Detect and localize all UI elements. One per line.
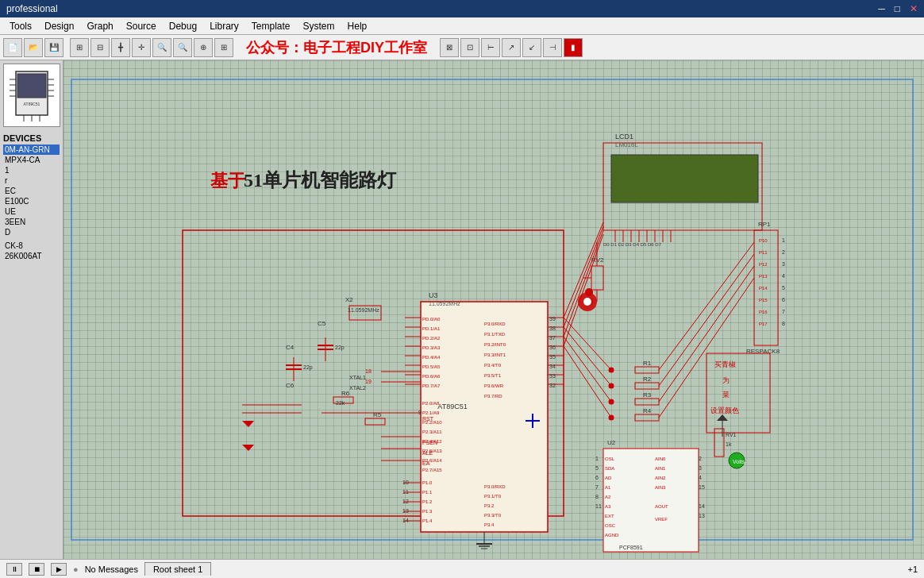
svg-text:7: 7 xyxy=(595,484,599,490)
open-button[interactable]: 📂 xyxy=(24,38,43,57)
device-item-11[interactable]: CK-8 xyxy=(3,241,60,251)
device-item-12[interactable]: 26K006AT xyxy=(3,251,60,261)
zoom-fit-button[interactable]: ⊞ xyxy=(214,38,233,57)
svg-text:33: 33 xyxy=(549,373,556,379)
toolbar-btn-c[interactable]: ⊢ xyxy=(481,38,500,57)
svg-text:为: 为 xyxy=(722,376,730,384)
toolbar: 📄 📂 💾 ⊞ ⊟ ╋ ✛ 🔍 🔍 ⊕ ⊞ 公众号：电子工程DIY工作室 ⊠ ⊡… xyxy=(0,35,924,60)
pause-button[interactable]: ⏸ xyxy=(6,563,22,576)
root-sheet-label: Root sheet 1 xyxy=(153,565,202,574)
menu-tools[interactable]: Tools xyxy=(3,19,38,33)
svg-text:A1: A1 xyxy=(605,485,611,490)
title-text: professional xyxy=(6,3,58,14)
svg-text:P3.2/INT0: P3.2/INT0 xyxy=(484,342,506,347)
svg-text:P3.0/RXD: P3.0/RXD xyxy=(484,484,506,489)
devices-panel: DEVICES 0M-AN-GRN MPX4-CA 1 r EC E100C U… xyxy=(0,130,63,263)
device-item-5[interactable]: E100C xyxy=(3,196,60,206)
svg-text:A2: A2 xyxy=(605,495,611,499)
svg-text:P3.1/T0: P3.1/T0 xyxy=(484,494,502,499)
toolbar-btn-a[interactable]: ⊠ xyxy=(440,38,459,57)
svg-text:P3.4: P3.4 xyxy=(484,522,495,527)
device-item-0[interactable]: 0M-AN-GRN xyxy=(3,144,60,155)
svg-text:AIN3: AIN3 xyxy=(655,485,666,490)
snap-button[interactable]: ⊟ xyxy=(90,38,110,57)
svg-text:P1.3: P1.3 xyxy=(422,509,433,514)
device-item-4[interactable]: EC xyxy=(3,186,60,196)
play-button[interactable]: ▶ xyxy=(51,563,67,576)
svg-marker-248 xyxy=(242,445,254,451)
svg-text:18: 18 xyxy=(365,368,372,374)
wire-button[interactable]: ╋ xyxy=(111,38,130,57)
svg-text:P2.7/A15: P2.7/A15 xyxy=(422,468,442,472)
main-layout: AT89C51 DEVICES 0M-AN-GRN MPX4-CA 1 r EC… xyxy=(0,60,924,559)
svg-text:37: 37 xyxy=(549,335,556,341)
svg-text:XTAL1: XTAL1 xyxy=(349,375,366,380)
svg-text:P14: P14 xyxy=(759,286,768,291)
toolbar-btn-b[interactable]: ⊡ xyxy=(460,38,479,57)
new-button[interactable]: 📄 xyxy=(3,38,22,57)
menu-source[interactable]: Source xyxy=(120,19,163,33)
svg-rect-139 xyxy=(635,383,659,389)
svg-text:PD.6/A6: PD.6/A6 xyxy=(422,374,441,379)
svg-text:LCD1: LCD1 xyxy=(615,133,633,141)
zoom-out-button[interactable]: 🔍 xyxy=(173,38,192,57)
svg-text:买青椒: 买青椒 xyxy=(714,360,736,368)
save-button[interactable]: 💾 xyxy=(44,38,64,57)
root-sheet-tab[interactable]: Root sheet 1 xyxy=(144,562,211,576)
menu-library[interactable]: Library xyxy=(203,19,245,33)
menu-debug[interactable]: Debug xyxy=(163,19,203,33)
minimize-btn[interactable]: ─ xyxy=(878,3,885,14)
close-btn[interactable]: ✕ xyxy=(910,3,918,14)
stop-button[interactable]: ⏹ xyxy=(29,563,44,576)
svg-rect-32 xyxy=(591,266,603,290)
zoom-in-button[interactable]: 🔍 xyxy=(152,38,171,57)
menu-design[interactable]: Design xyxy=(38,19,80,33)
toolbar-btn-d[interactable]: ↗ xyxy=(502,38,521,57)
toolbar-btn-e[interactable]: ↙ xyxy=(522,38,541,57)
menu-help[interactable]: Help xyxy=(341,19,374,33)
svg-text:P1.1: P1.1 xyxy=(422,490,433,495)
svg-text:5: 5 xyxy=(782,285,785,291)
svg-text:P13: P13 xyxy=(759,274,768,279)
svg-text:P3.6/WR: P3.6/WR xyxy=(484,383,504,388)
device-item-3[interactable]: r xyxy=(3,175,60,186)
svg-text:11: 11 xyxy=(595,503,602,509)
grid-button[interactable]: ⊞ xyxy=(70,38,89,57)
svg-text:P17: P17 xyxy=(759,322,768,326)
menu-system[interactable]: System xyxy=(297,19,341,33)
menu-graph[interactable]: Graph xyxy=(80,19,119,33)
device-item-1[interactable]: MPX4-CA xyxy=(3,155,60,165)
svg-line-150 xyxy=(564,337,611,402)
devices-label: DEVICES xyxy=(3,132,60,144)
device-item-6[interactable]: UE xyxy=(3,206,60,217)
device-item-2[interactable]: 1 xyxy=(3,165,60,175)
svg-text:AIN2: AIN2 xyxy=(655,476,666,480)
svg-text:R3: R3 xyxy=(643,391,652,399)
svg-text:R1: R1 xyxy=(643,360,652,367)
svg-text:22p: 22p xyxy=(335,345,345,351)
svg-text:P1.4: P1.4 xyxy=(422,518,433,523)
svg-text:P2.1/A9: P2.1/A9 xyxy=(422,410,440,415)
maximize-btn[interactable]: □ xyxy=(895,3,900,14)
svg-text:设置颜色: 设置颜色 xyxy=(710,407,739,414)
svg-text:2: 2 xyxy=(782,249,785,255)
zoom-area-button[interactable]: ⊕ xyxy=(194,38,213,57)
no-messages-text: No Messages xyxy=(85,565,138,574)
svg-text:AT89C51: AT89C51 xyxy=(24,102,40,106)
svg-text:RST: RST xyxy=(422,416,434,422)
svg-text:PD.4/A4: PD.4/A4 xyxy=(422,355,441,360)
svg-text:1: 1 xyxy=(595,456,599,461)
move-button[interactable]: ✛ xyxy=(132,38,151,57)
toolbar-btn-f[interactable]: ⊣ xyxy=(543,38,562,57)
svg-text:P3.5/T1: P3.5/T1 xyxy=(484,373,502,378)
titlebar: professional ─ □ ✕ xyxy=(0,0,924,17)
device-item-7[interactable]: 3EEN xyxy=(3,217,60,227)
device-item-8[interactable]: D xyxy=(3,227,60,237)
statusbar: ⏸ ⏹ ▶ ● No Messages Root sheet 1 +1 xyxy=(0,559,924,578)
toolbar-btn-print[interactable]: ▮ xyxy=(564,38,583,57)
menu-template[interactable]: Template xyxy=(245,19,297,33)
svg-text:4: 4 xyxy=(782,273,785,279)
svg-text:P3.3/INT1: P3.3/INT1 xyxy=(484,353,506,357)
canvas-area[interactable]: 基于 51单片机智能路灯 LCD1 LM016L xyxy=(64,60,924,559)
svg-text:P3.7/RD: P3.7/RD xyxy=(484,394,502,399)
